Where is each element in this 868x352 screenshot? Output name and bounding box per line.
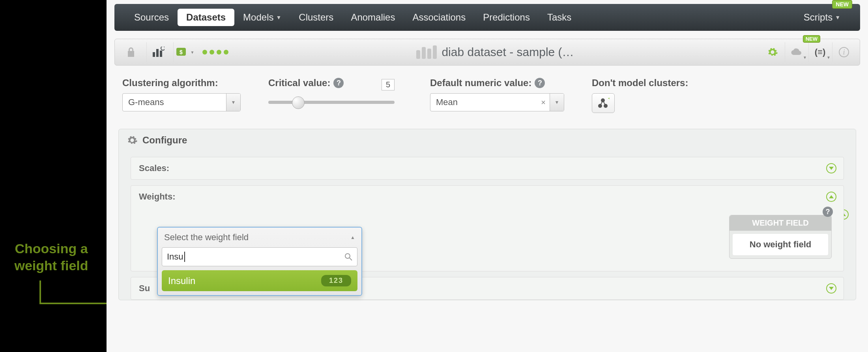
privacy-lock-button[interactable] (120, 42, 142, 62)
weights-header[interactable]: Weights: (131, 186, 844, 208)
top-nav: Sources Datasets Models▼ Clusters Anomal… (114, 4, 860, 31)
scales-header[interactable]: Scales: (131, 157, 844, 179)
weight-field-dropdown[interactable]: Select the weight field ▲ Insu Insulin 1… (157, 227, 362, 296)
progress-dots (200, 50, 228, 55)
new-badge: NEW (803, 35, 820, 43)
chevron-down-icon: ▼ (276, 14, 281, 21)
weights-subpanel: Weights: ? WEIGHT FIELD No weight field … (131, 185, 844, 271)
svg-text:+: + (608, 97, 610, 102)
nav-associations[interactable]: Associations (404, 9, 474, 26)
search-icon (344, 253, 352, 261)
collapse-toggle[interactable] (826, 163, 836, 173)
chevron-down-icon: ▼ (226, 94, 240, 111)
annotation-label: Choosing a weight field (0, 240, 103, 274)
nav-clusters[interactable]: Clusters (290, 9, 342, 26)
dataset-title: diab dataset - sample (… (232, 45, 757, 59)
critical-value-slider[interactable]: 5 (268, 93, 395, 111)
chevron-down-icon: ▼ (550, 94, 564, 111)
dataset-toolbar: $ ▼ diab dataset - sample (… ▼ (≡) ▼ (114, 39, 860, 66)
gears-icon (127, 135, 138, 146)
info-button[interactable]: i (832, 42, 855, 62)
nav-datasets[interactable]: Datasets (178, 9, 234, 26)
svg-text:i: i (843, 48, 845, 56)
configure-header[interactable]: Configure (119, 129, 856, 151)
critical-value-readout: 5 (382, 79, 395, 90)
configure-panel: Configure Scales: Weights: ? WEIGHT FIEL… (118, 129, 856, 300)
svg-rect-0 (153, 52, 155, 57)
nav-sources[interactable]: Sources (125, 9, 178, 26)
dropdown-placeholder[interactable]: Select the weight field ▲ (158, 228, 361, 247)
model-action-button[interactable]: $ ▼ (173, 42, 196, 62)
weight-field-box: ? WEIGHT FIELD No weight field (729, 215, 832, 259)
histogram-icon (415, 45, 438, 59)
chevron-down-icon: ▼ (191, 50, 195, 55)
gear-action-button[interactable] (761, 42, 784, 62)
svg-line-15 (350, 258, 352, 260)
clear-icon[interactable]: × (537, 98, 550, 107)
svg-point-3 (161, 47, 165, 50)
option-label: Insulin (168, 275, 195, 286)
bar-chart-icon (152, 47, 165, 58)
stats-button[interactable] (146, 42, 169, 62)
dropdown-search-input[interactable]: Insu (162, 247, 357, 266)
dropdown-option-insulin[interactable]: Insulin 123 (162, 270, 357, 291)
collapse-toggle[interactable] (826, 283, 836, 294)
scales-title: Scales: (139, 163, 169, 173)
info-icon: i (839, 47, 849, 57)
chevron-up-icon: ▲ (350, 235, 355, 240)
formula-icon: (≡) (815, 47, 826, 57)
help-icon[interactable]: ? (333, 78, 344, 88)
algorithm-select[interactable]: G-means ▼ (122, 93, 241, 111)
weight-field-title: WEIGHT FIELD (730, 215, 831, 231)
cloud-action-button[interactable]: ▼ (785, 42, 808, 62)
nav-scripts[interactable]: Scripts▼ (795, 9, 849, 26)
svg-rect-2 (160, 51, 162, 57)
scales-subpanel: Scales: (131, 157, 844, 180)
model-icon: $ (176, 46, 189, 58)
help-icon[interactable]: ? (535, 78, 545, 88)
formula-button[interactable]: (≡) ▼ (808, 42, 831, 62)
svg-rect-1 (156, 49, 159, 57)
dont-model-toggle[interactable]: + (592, 93, 615, 113)
chevron-down-icon: ▼ (827, 55, 831, 60)
help-icon[interactable]: ? (823, 207, 833, 217)
configure-title: Configure (142, 135, 187, 146)
nav-models[interactable]: Models▼ (234, 9, 290, 26)
svg-text:$: $ (180, 49, 183, 55)
numeric-type-badge: 123 (321, 275, 351, 286)
gears-icon (767, 47, 778, 58)
weight-field-value: No weight field (733, 234, 828, 255)
svg-point-14 (345, 254, 350, 258)
weights-title: Weights: (139, 192, 175, 202)
cluster-model-icon: + (597, 97, 610, 109)
nav-anomalies[interactable]: Anomalies (342, 9, 404, 26)
cluster-config-row: Clustering algorithm: G-means ▼ Critical… (107, 66, 868, 129)
numeric-value-select[interactable]: Mean × ▼ (430, 93, 564, 111)
numeric-value-label: Default numeric value: ? (430, 77, 564, 88)
algorithm-label: Clustering algorithm: (122, 77, 241, 88)
collapse-toggle[interactable] (826, 192, 836, 202)
search-text: Insu (167, 252, 183, 262)
algorithm-value: G-means (123, 97, 226, 107)
chevron-down-icon: ▼ (835, 14, 840, 21)
new-badge: NEW (832, 0, 852, 9)
chevron-down-icon: ▼ (803, 55, 807, 60)
nav-predictions[interactable]: Predictions (474, 9, 539, 26)
summary-title: Su (139, 283, 150, 294)
dont-model-label: Don't model clusters: (592, 77, 702, 88)
lock-icon (126, 47, 136, 57)
numeric-value: Mean (430, 97, 537, 107)
slider-thumb[interactable] (292, 96, 305, 109)
cloud-refresh-icon (791, 47, 803, 57)
nav-tasks[interactable]: Tasks (539, 9, 580, 26)
